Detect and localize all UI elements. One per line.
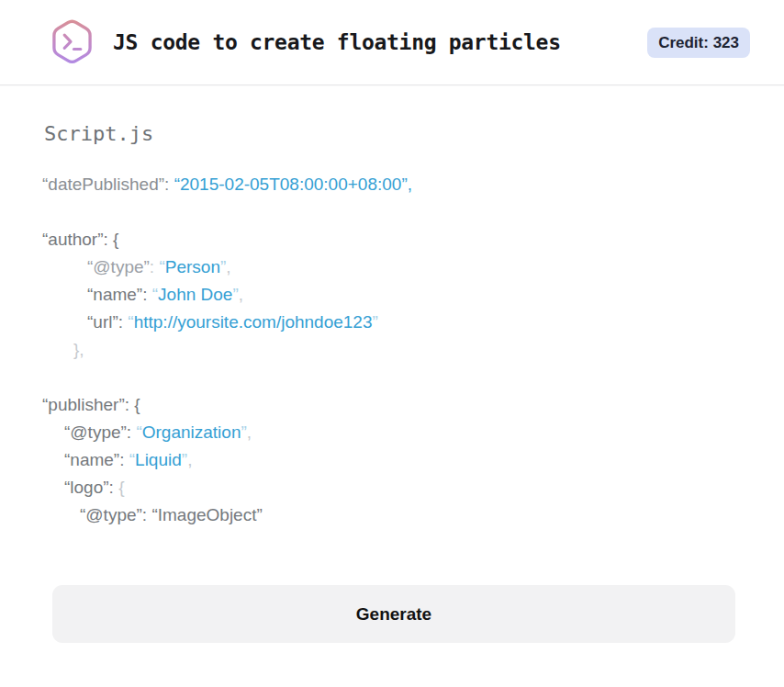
code-line: “url”: “http://yoursite.com/johndoe123” (42, 309, 735, 336)
code-segment: “name”: (87, 285, 152, 304)
terminal-prompt-hexagon-icon[interactable] (50, 17, 94, 67)
code-segment: “author”: { (42, 230, 118, 249)
credit-badge: Credit: 323 (647, 28, 750, 58)
script-filename: Script.js (44, 122, 735, 145)
code-line: “name”: “John Doe”, (42, 281, 735, 309)
page-title: JS code to create floating particles (113, 30, 561, 54)
code-segment: { (118, 478, 124, 497)
code-segment: “@type”: (64, 422, 136, 442)
code-line: “@type”: “Organization”, (42, 419, 735, 446)
code-block: “datePublished”: “2015-02-05T08:00:00+08… (42, 171, 735, 529)
footer: Generate (0, 585, 784, 643)
code-line: “datePublished”: “2015-02-05T08:00:00+08… (42, 171, 735, 198)
code-segment: “publisher”: { (42, 395, 140, 414)
main-content: Script.js “datePublished”: “2015-02-05T0… (0, 85, 784, 529)
code-segment: , (226, 257, 230, 276)
code-segment: “datePublished”: (42, 175, 174, 194)
code-line: }, (42, 336, 735, 364)
code-line: “publisher”: { (42, 391, 735, 419)
code-segment: , (187, 450, 192, 469)
code-line: “author”: { (42, 226, 735, 253)
code-segment: Organization (142, 422, 241, 442)
code-segment: , (247, 422, 252, 442)
generate-button[interactable]: Generate (52, 585, 735, 643)
code-line: “@type”: “ImageObject” (42, 501, 735, 529)
code-segment: “2015-02-05T08:00:00+08:00”, (174, 175, 412, 194)
code-line: “name”: “Liquid”, (42, 446, 735, 474)
code-segment: }, (73, 340, 84, 359)
app: { "header": { "title": "JS code to creat… (0, 0, 784, 687)
code-line (42, 198, 735, 226)
code-segment: John Doe (158, 285, 232, 304)
code-segment: ” (373, 312, 378, 332)
code-segment: “logo”: (64, 478, 118, 497)
code-segment: , (239, 285, 243, 304)
code-segment: http://yoursite.com/johndoe123 (134, 312, 373, 332)
code-line: “@type”: “Person”, (42, 253, 735, 281)
code-segment: Person (165, 257, 220, 276)
header: JS code to create floating particles Cre… (0, 0, 784, 85)
code-segment: “@type” (87, 257, 150, 276)
code-segment: : (150, 257, 160, 276)
code-segment: “@type”: “ImageObject” (80, 505, 263, 524)
code-line: “logo”: { (42, 474, 735, 501)
code-segment: “name”: (64, 450, 129, 469)
code-line (42, 364, 735, 391)
code-segment: “url”: (87, 312, 128, 332)
code-segment: Liquid (135, 450, 182, 469)
